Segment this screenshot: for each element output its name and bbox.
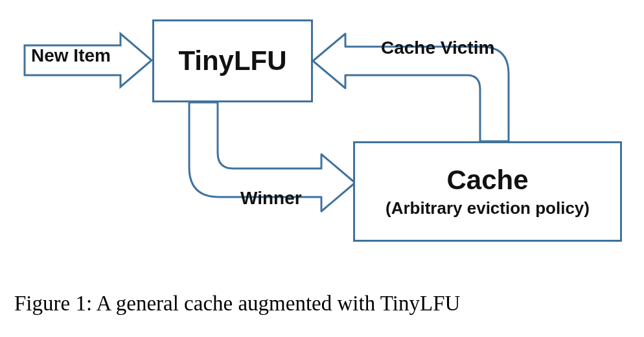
label-cache-victim: Cache Victim	[381, 38, 494, 58]
figure-caption: Figure 1: A general cache augmented with…	[14, 292, 630, 316]
diagram-stage: New Item Cache Victim Winner TinyLFU Cac…	[0, 0, 644, 337]
tinylfu-title: TinyLFU	[178, 45, 286, 76]
cache-title: Cache	[446, 165, 528, 196]
block-cache: Cache (Arbitrary eviction policy)	[353, 141, 622, 242]
block-tinylfu: TinyLFU	[152, 19, 313, 102]
label-winner: Winner	[240, 188, 302, 209]
cache-subtitle: (Arbitrary eviction policy)	[385, 198, 590, 218]
label-new-item: New Item	[31, 45, 111, 66]
